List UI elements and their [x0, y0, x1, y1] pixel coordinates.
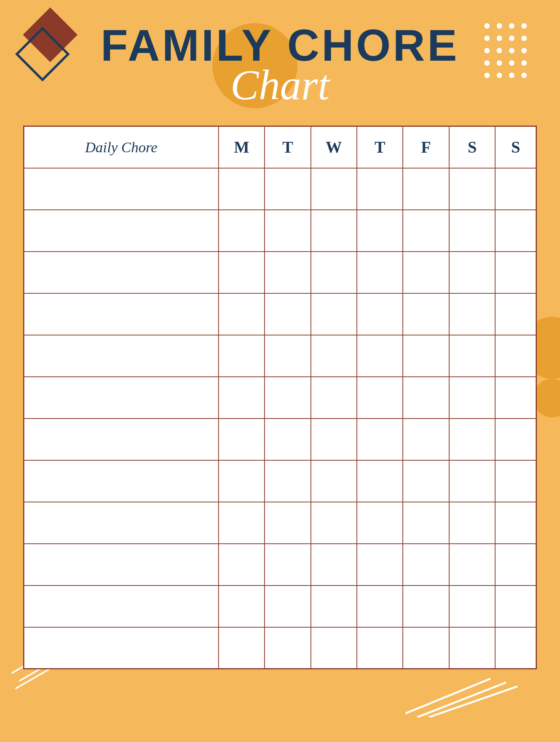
- day-cell: [495, 293, 536, 335]
- lines-decoration-left: [8, 672, 97, 696]
- table-row: [24, 585, 536, 627]
- svg-line-2: [429, 686, 518, 717]
- chore-cell: [24, 544, 219, 585]
- day-cell: [219, 544, 265, 585]
- day-cell: [357, 627, 403, 669]
- day-cell: [265, 168, 311, 210]
- day-cell: [357, 585, 403, 627]
- day-cell: [311, 293, 357, 335]
- day-cell: [265, 293, 311, 335]
- day-cell: [403, 377, 449, 419]
- chore-cell: [24, 168, 219, 210]
- day-cell: [449, 210, 495, 252]
- day-cell: [403, 419, 449, 460]
- chore-cell: [24, 293, 219, 335]
- day-cell: [311, 210, 357, 252]
- day-cell: [495, 377, 536, 419]
- header-sunday: S: [495, 126, 536, 168]
- day-cell: [311, 419, 357, 460]
- day-cell: [265, 419, 311, 460]
- day-cell: [495, 585, 536, 627]
- day-cell: [311, 627, 357, 669]
- table-row: [24, 335, 536, 377]
- chore-cell: [24, 377, 219, 419]
- day-cell: [357, 460, 403, 502]
- svg-line-1: [417, 682, 506, 717]
- table-row: [24, 293, 536, 335]
- header-tuesday: T: [265, 126, 311, 168]
- day-cell: [403, 544, 449, 585]
- table-row: [24, 502, 536, 544]
- day-cell: [219, 252, 265, 293]
- day-cell: [311, 335, 357, 377]
- day-cell: [357, 419, 403, 460]
- day-cell: [449, 335, 495, 377]
- chore-cell: [24, 252, 219, 293]
- day-cell: [311, 544, 357, 585]
- chore-cell: [24, 460, 219, 502]
- day-cell: [495, 168, 536, 210]
- day-cell: [311, 460, 357, 502]
- day-cell: [265, 210, 311, 252]
- day-cell: [311, 168, 357, 210]
- day-cell: [449, 544, 495, 585]
- day-cell: [403, 585, 449, 627]
- table-row: [24, 252, 536, 293]
- day-cell: [495, 460, 536, 502]
- table-row: [24, 377, 536, 419]
- day-cell: [495, 210, 536, 252]
- day-cell: [219, 502, 265, 544]
- day-cell: [311, 502, 357, 544]
- day-cell: [219, 168, 265, 210]
- day-cell: [403, 627, 449, 669]
- day-cell: [449, 168, 495, 210]
- day-cell: [265, 585, 311, 627]
- day-cell: [357, 210, 403, 252]
- day-cell: [357, 544, 403, 585]
- day-cell: [495, 252, 536, 293]
- day-cell: [357, 168, 403, 210]
- day-cell: [495, 544, 536, 585]
- day-cell: [449, 377, 495, 419]
- day-cell: [403, 168, 449, 210]
- chore-column-header: Daily Chore: [24, 126, 219, 168]
- decoration-circle-right-2: [533, 379, 560, 417]
- table-row: [24, 419, 536, 460]
- day-cell: [219, 335, 265, 377]
- day-cell: [403, 502, 449, 544]
- table-row: [24, 627, 536, 669]
- day-cell: [357, 335, 403, 377]
- day-cell: [403, 252, 449, 293]
- day-cell: [219, 585, 265, 627]
- day-cell: [495, 627, 536, 669]
- day-cell: [357, 377, 403, 419]
- day-cell: [357, 293, 403, 335]
- day-cell: [495, 335, 536, 377]
- day-cell: [403, 335, 449, 377]
- day-cell: [311, 252, 357, 293]
- day-cell: [265, 502, 311, 544]
- day-cell: [495, 419, 536, 460]
- header-thursday: T: [357, 126, 403, 168]
- day-cell: [265, 335, 311, 377]
- day-cell: [265, 460, 311, 502]
- day-cell: [403, 293, 449, 335]
- chore-cell: [24, 502, 219, 544]
- day-cell: [219, 460, 265, 502]
- title-area: FAMILY CHORE Chart: [0, 0, 560, 118]
- table-row: [24, 210, 536, 252]
- day-cell: [449, 585, 495, 627]
- day-cell: [219, 419, 265, 460]
- day-cell: [403, 210, 449, 252]
- day-cell: [449, 293, 495, 335]
- chore-table: Daily Chore M T W T F S S: [23, 126, 537, 669]
- title-sub: Chart: [0, 64, 560, 106]
- day-cell: [265, 252, 311, 293]
- header-monday: M: [219, 126, 265, 168]
- table-header-row: Daily Chore M T W T F S S: [24, 126, 536, 168]
- day-cell: [449, 460, 495, 502]
- chore-cell: [24, 210, 219, 252]
- chore-table-container: Daily Chore M T W T F S S: [23, 126, 537, 669]
- day-cell: [357, 252, 403, 293]
- table-row: [24, 544, 536, 585]
